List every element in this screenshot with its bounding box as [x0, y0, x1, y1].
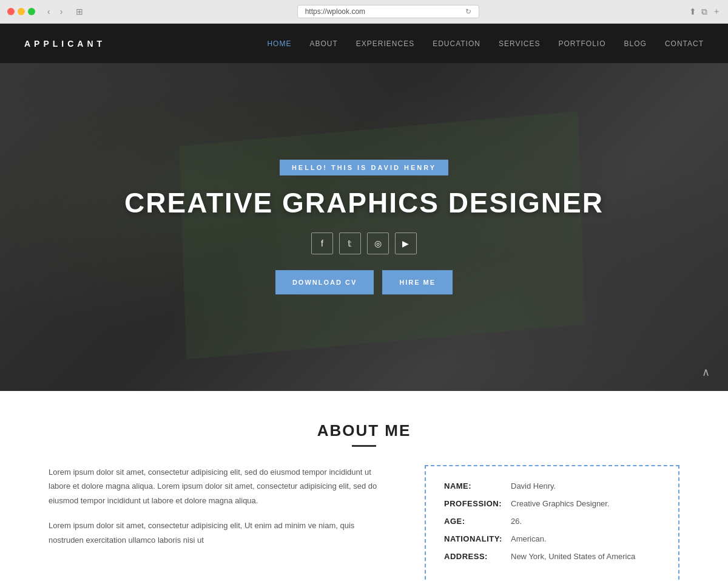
name-label: NAME: [444, 481, 511, 491]
browser-dots [7, 8, 35, 15]
maximize-dot[interactable] [28, 8, 35, 15]
browser-nav: ‹ › [44, 5, 66, 18]
address-label: ADDRESS: [444, 552, 511, 561]
download-cv-button[interactable]: DOWNLOAD CV [275, 270, 374, 294]
browser-chrome: ‹ › ⊞ https://wplook.com ↻ ⬆ ⧉ ＋ [0, 0, 728, 24]
hero-section: HELLO! THIS IS DAVID HENRY CREATIVE GRAP… [0, 63, 728, 391]
youtube-icon[interactable]: ▶ [395, 233, 417, 254]
website: APPLICANT HOME ABOUT EXPERIENCES EDUCATI… [0, 24, 728, 581]
nav-portfolio[interactable]: PORTFOLIO [558, 39, 605, 48]
refresh-icon[interactable]: ↻ [465, 7, 471, 16]
forward-button[interactable]: › [56, 5, 67, 18]
about-info-box: NAME: David Henry. PROFESSION: Creative … [425, 465, 679, 581]
add-tab-icon[interactable]: ＋ [712, 6, 721, 17]
nav-blog[interactable]: BLOG [624, 39, 647, 48]
info-age-row: AGE: 26. [444, 517, 660, 526]
info-profession-row: PROFESSION: Creative Graphics Designer. [444, 499, 660, 508]
info-name-row: NAME: David Henry. [444, 481, 660, 491]
nav-contact[interactable]: CONTACT [665, 39, 704, 48]
hire-me-button[interactable]: HIRE ME [382, 270, 453, 294]
facebook-icon[interactable]: f [311, 233, 333, 254]
nav-about[interactable]: ABOUT [309, 39, 337, 48]
hero-buttons: DOWNLOAD CV HIRE ME [275, 270, 453, 294]
about-title: ABOUT ME [49, 421, 679, 440]
about-section: ABOUT ME Lorem ipsum dolor sit amet, con… [0, 391, 728, 581]
site-nav: HOME ABOUT EXPERIENCES EDUCATION SERVICE… [267, 39, 704, 48]
nationality-label: NATIONALITY: [444, 534, 511, 543]
hero-badge: HELLO! THIS IS DAVID HENRY [280, 160, 448, 175]
nav-home[interactable]: HOME [267, 39, 291, 48]
nav-education[interactable]: EDUCATION [433, 39, 480, 48]
close-dot[interactable] [7, 8, 15, 15]
name-value: David Henry. [511, 481, 556, 491]
hero-title: CREATIVE GRAPHICS DESIGNER [124, 186, 604, 219]
age-label: AGE: [444, 517, 511, 526]
address-value: New York, United States of America [511, 552, 635, 561]
dribbble-icon[interactable]: ◎ [367, 233, 389, 254]
age-value: 26. [511, 517, 522, 526]
info-nationality-row: NATIONALITY: American. [444, 534, 660, 543]
scroll-up-icon[interactable]: ∧ [702, 365, 710, 379]
profession-value: Creative Graphics Designer. [511, 499, 610, 508]
about-text: Lorem ipsum dolor sit amet, consectetur … [49, 465, 388, 581]
profession-label: PROFESSION: [444, 499, 511, 508]
site-header: APPLICANT HOME ABOUT EXPERIENCES EDUCATI… [0, 24, 728, 63]
browser-actions: ⬆ ⧉ ＋ [689, 6, 721, 17]
back-button[interactable]: ‹ [44, 5, 54, 18]
url-text: https://wplook.com [305, 7, 365, 16]
info-address-row: ADDRESS: New York, United States of Amer… [444, 552, 660, 561]
about-paragraph-1: Lorem ipsum dolor sit amet, consectetur … [49, 465, 388, 508]
address-input[interactable]: https://wplook.com ↻ [297, 5, 479, 18]
nav-services[interactable]: SERVICES [499, 39, 540, 48]
section-divider [352, 445, 376, 447]
about-paragraph-2: Lorem ipsum dolor sit amet, consectetur … [49, 518, 388, 547]
minimize-dot[interactable] [18, 8, 25, 15]
twitter-icon[interactable]: 𝕥 [339, 233, 361, 254]
social-icons: f 𝕥 ◎ ▶ [311, 233, 417, 254]
browser-address-bar: https://wplook.com ↻ [93, 5, 683, 18]
site-logo: APPLICANT [24, 39, 106, 49]
grid-button[interactable]: ⊞ [72, 5, 87, 18]
hero-content: HELLO! THIS IS DAVID HENRY CREATIVE GRAP… [124, 160, 604, 294]
nationality-value: American. [511, 534, 547, 543]
about-content: Lorem ipsum dolor sit amet, consectetur … [49, 465, 679, 581]
window-icon[interactable]: ⧉ [701, 6, 707, 17]
share-icon[interactable]: ⬆ [689, 6, 696, 17]
nav-experiences[interactable]: EXPERIENCES [356, 39, 414, 48]
